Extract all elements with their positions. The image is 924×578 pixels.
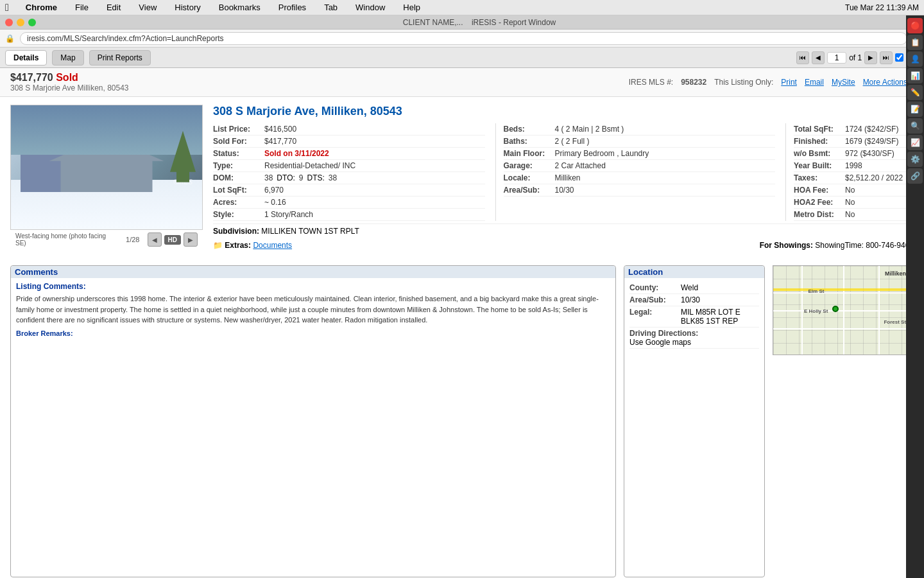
total-sqft-label: Total SqFt: (794, 125, 845, 134)
window-close-btn[interactable] (5, 19, 13, 26)
county-value: Weld (681, 283, 698, 292)
sold-badge: Sold (56, 72, 78, 83)
apple-menu[interactable]:  (5, 2, 9, 13)
sidebar-icon-5[interactable]: ✏️ (907, 85, 923, 100)
prev-photo-btn[interactable]: ◀ (148, 232, 162, 247)
extras-bar: 📁 Extras: Documents For Showings: Showin… (213, 238, 914, 252)
locale-value: Milliken (555, 173, 581, 182)
extras-label: Extras: (225, 241, 251, 250)
menu-edit[interactable]: Edit (103, 1, 124, 13)
documents-link[interactable]: Documents (253, 241, 292, 250)
folder-icon: 📁 (213, 241, 223, 250)
main-floor-value: Primary Bedroom , Laundry (555, 149, 649, 158)
listing-header: $417,770 Sold 308 S Marjorie Ave Millike… (0, 68, 924, 97)
map-marker (832, 306, 839, 312)
showings-value: ShowingTime: 800-746-9464 (815, 241, 914, 250)
menu-window[interactable]: Window (352, 1, 389, 13)
sold-for-label: Sold For: (213, 137, 264, 146)
list-price-label: List Price: (213, 125, 264, 134)
window-max-btn[interactable] (28, 19, 36, 26)
map-tab[interactable]: Map (52, 50, 83, 66)
finished-value: 1679 ($249/SF) (845, 137, 898, 146)
status-label: Status: (213, 149, 264, 158)
details-tab[interactable]: Details (5, 50, 47, 66)
listing-price: $417,770 Sold (10, 72, 129, 83)
hoa2-fee-label: HOA2 Fee: (794, 198, 845, 207)
window-title: iRESIS - Report Window (472, 18, 556, 27)
listing-address: 308 S Marjorie Ave Milliken, 80543 (10, 83, 129, 92)
sidebar-icon-10[interactable]: 🔗 (907, 168, 923, 184)
wo-bsmt-value: 972 ($430/SF) (845, 149, 894, 158)
sidebar-icon-3[interactable]: 👤 (907, 51, 923, 67)
mysite-link[interactable]: MySite (832, 78, 855, 87)
showings-label: For Showings: (760, 241, 813, 250)
menu-view[interactable]: View (135, 1, 160, 13)
address-bar: 🔒 iresis.com/MLS/Search/index.cfm?Action… (0, 30, 924, 48)
hoa2-fee-value: No (845, 198, 855, 207)
menu-file[interactable]: File (71, 1, 92, 13)
url-input[interactable]: iresis.com/MLS/Search/index.cfm?Action=L… (20, 32, 907, 45)
window-chrome: CLIENT NAME,... iRESIS - Report Window (0, 15, 924, 30)
menu-history[interactable]: History (171, 1, 204, 13)
location-section-title: Location (624, 266, 764, 278)
property-image: ©iRES (10, 105, 203, 230)
sidebar-icon-2[interactable]: 📋 (907, 35, 923, 50)
next-page-btn[interactable]: ▶ (864, 51, 877, 64)
next-photo-btn[interactable]: ▶ (184, 232, 198, 247)
comments-section-title: Comments (11, 266, 615, 278)
type-value: Residential-Detached/ INC (264, 161, 355, 170)
this-listing-only-label: This Listing Only: (714, 78, 773, 87)
prev-page-btn[interactable]: ◀ (812, 51, 825, 64)
taxes-label: Taxes: (794, 173, 845, 182)
print-reports-button[interactable]: Print Reports (89, 50, 151, 66)
menu-bookmarks[interactable]: Bookmarks (215, 1, 264, 13)
taxes-value: $2,512.20 / 2022 (845, 173, 903, 182)
mls-number: 958232 (681, 78, 706, 87)
sidebar-icon-8[interactable]: 📈 (907, 135, 923, 150)
beds-label: Beds: (504, 125, 555, 134)
style-value: 1 Story/Ranch (264, 210, 313, 219)
menu-profiles[interactable]: Profiles (275, 1, 310, 13)
area-sub-value: 10/30 (555, 186, 574, 195)
last-page-btn[interactable]: ⏭ (880, 51, 893, 64)
dto-value: 9 (299, 173, 304, 182)
map-box: Milliken Elm St E Holly St Forest St (773, 265, 914, 355)
menu-help[interactable]: Help (399, 1, 424, 13)
print-link[interactable]: Print (781, 78, 797, 87)
email-link[interactable]: Email (805, 78, 824, 87)
sidebar-icon-1[interactable]: 🔴 (907, 18, 923, 33)
location-area-sub-value: 10/30 (681, 295, 700, 304)
window-min-btn[interactable] (17, 19, 24, 26)
lock-icon: 🔒 (5, 34, 15, 43)
sidebar-icon-4[interactable]: 📊 (907, 68, 923, 83)
hd-btn[interactable]: HD (164, 235, 181, 245)
subdivision-bar: Subdivision: MILLIKEN TOWN 1ST RPLT (213, 223, 914, 238)
lot-sqft-value: 6,970 (264, 186, 284, 195)
menu-chrome[interactable]: Chrome (22, 1, 61, 13)
acres-label: Acres: (213, 198, 264, 207)
client-name-tab: CLIENT NAME,... (403, 18, 463, 27)
lot-sqft-label: Lot SqFt: (213, 186, 264, 195)
sidebar-icon-6[interactable]: 📝 (907, 101, 923, 117)
lower-section: Comments Listing Comments: Pride of owne… (0, 260, 924, 578)
menu-bar:  Chrome File Edit View History Bookmark… (0, 0, 924, 15)
broker-remarks: Broker Remarks: (16, 329, 610, 337)
photo-caption: West-facing home (photo facing SE) (15, 232, 118, 247)
page-of: of 1 (849, 53, 862, 62)
status-value: Sold on 3/11/2022 (264, 149, 329, 158)
hoa-fee-label: HOA Fee: (794, 186, 845, 195)
sidebar-icon-7[interactable]: 🔍 (907, 118, 923, 134)
page-checkbox[interactable] (895, 53, 903, 62)
page-input[interactable] (827, 52, 846, 64)
garage-value: 2 Car Attached (555, 161, 606, 170)
menu-tab[interactable]: Tab (320, 1, 341, 13)
sidebar-icon-9[interactable]: ⚙️ (907, 152, 923, 167)
main-floor-label: Main Floor: (504, 149, 555, 158)
sold-for-value: $417,770 (264, 137, 296, 146)
dts-label: DTS: (307, 173, 325, 182)
left-info-col: List Price: $416,500 Sold For: $417,770 … (213, 123, 485, 221)
dom-label: DOM: (213, 173, 264, 182)
menu-time: Tue Mar 22 11:39 AM (845, 3, 919, 12)
first-page-btn[interactable]: ⏮ (796, 51, 809, 64)
listing-comments-label: Listing Comments: (16, 282, 610, 291)
